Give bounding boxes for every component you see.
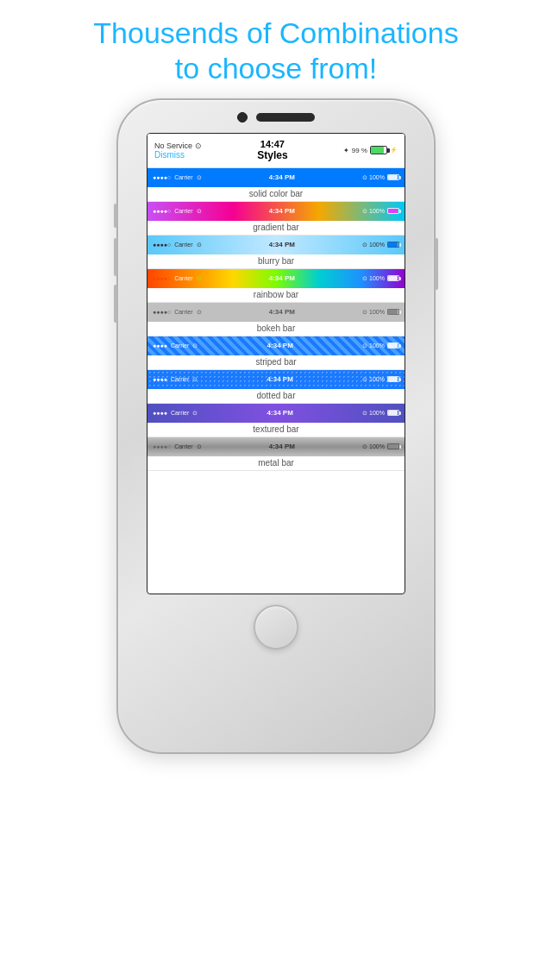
preview-battery-fill bbox=[388, 276, 398, 280]
lock-icon: ⊙ bbox=[362, 443, 367, 450]
bar-label: textured bar bbox=[147, 423, 405, 437]
wifi-preview-icon: ⊙ bbox=[197, 242, 202, 248]
list-item[interactable]: ●●●● Carrier ⊙ 4:34 PM ⊙ 100% dotted bar bbox=[147, 370, 405, 404]
bluetooth-icon: ✦ bbox=[343, 147, 349, 154]
signal-dots: ●●●●○ bbox=[153, 208, 171, 214]
preview-time: 4:34 PM bbox=[269, 241, 295, 248]
preview-percent: 100% bbox=[369, 242, 385, 248]
bokeh-bar-preview: ●●●●○ Carrier ⊙ 4:34 PM ⊙ 100% bbox=[147, 303, 405, 322]
preview-battery-fill bbox=[388, 411, 398, 415]
list-item[interactable]: ●●●●○ Carrier ⊙ 4:34 PM ⊙ 100% metal bar bbox=[147, 437, 405, 471]
wifi-preview-icon: ⊙ bbox=[192, 410, 198, 417]
list-item[interactable]: ●●●●○ Carrier ⊙ 4:34 PM ⊙ 100% blurry ba… bbox=[147, 236, 405, 269]
bar-label: rainbow bar bbox=[147, 288, 405, 302]
preview-left: ●●●●○ Carrier ⊙ bbox=[153, 309, 202, 316]
preview-battery-fill bbox=[388, 377, 398, 381]
dotted-bar-preview: ●●●● Carrier ⊙ 4:34 PM ⊙ 100% bbox=[147, 370, 405, 389]
preview-battery bbox=[387, 410, 399, 416]
preview-right: ⊙ 100% bbox=[362, 410, 399, 417]
preview-percent: 100% bbox=[369, 208, 385, 214]
preview-percent: 100% bbox=[369, 174, 385, 180]
rainbow-bar-preview: ●●●●○ Carrier ⊙ 4:34 PM ⊙ 100% bbox=[147, 269, 405, 288]
lock-icon: ⊙ bbox=[362, 376, 367, 383]
iphone-frame: No Service ⊙ Dismiss 14:47 Styles ✦ 99 %… bbox=[116, 98, 436, 754]
list-item[interactable]: ●●●●○ Carrier ⊙ 4:34 PM ⊙ 100% rainbow b… bbox=[147, 269, 405, 303]
list-item[interactable]: ●●●● Carrier ⊙ 4:34 PM ⊙ 100% striped ba… bbox=[147, 336, 405, 370]
list-item[interactable]: ●●●● Carrier ⊙ 4:34 PM ⊙ 100% textured b… bbox=[147, 404, 405, 437]
preview-time: 4:34 PM bbox=[267, 409, 293, 417]
preview-right: ⊙ 100% bbox=[362, 174, 399, 181]
lock-icon: ⊙ bbox=[362, 309, 367, 316]
preview-right: ⊙ 100% bbox=[362, 443, 399, 450]
preview-battery-fill bbox=[388, 175, 398, 179]
signal-dots: ●●●● bbox=[153, 410, 167, 416]
preview-percent: 100% bbox=[369, 443, 385, 449]
preview-left: ●●●●○ Carrier ⊙ bbox=[153, 174, 202, 181]
preview-time: 4:34 PM bbox=[269, 308, 295, 316]
preview-right: ⊙ 100% bbox=[362, 309, 399, 316]
preview-left: ●●●● Carrier ⊙ bbox=[153, 410, 198, 417]
preview-right: ⊙ 100% bbox=[362, 275, 399, 282]
list-item[interactable]: ●●●●○ Carrier ⊙ 4:34 PM ⊙ 100% bokeh bar bbox=[147, 303, 405, 336]
preview-percent: 100% bbox=[369, 309, 385, 315]
battery-icon bbox=[370, 146, 387, 154]
preview-battery bbox=[387, 309, 399, 315]
carrier-text: Carrier bbox=[174, 174, 192, 180]
preview-right: ⊙ 100% bbox=[362, 342, 399, 349]
list-item[interactable]: ●●●●○ Carrier ⊙ 4:34 PM ⊙ 100% solid col… bbox=[147, 168, 405, 202]
signal-dots: ●●●●○ bbox=[153, 242, 171, 248]
headline: Thousends of Combinations to choose from… bbox=[26, 16, 526, 86]
wifi-preview-icon: ⊙ bbox=[197, 275, 202, 282]
no-service-text: No Service bbox=[154, 141, 192, 150]
preview-battery bbox=[387, 342, 399, 349]
bar-label: gradient bar bbox=[147, 221, 405, 235]
preview-time: 4:34 PM bbox=[269, 443, 295, 450]
signal-dots: ●●●●○ bbox=[153, 443, 171, 449]
lock-icon: ⊙ bbox=[362, 275, 367, 282]
preview-time: 4:34 PM bbox=[269, 173, 295, 181]
battery-percent: 99 % bbox=[352, 147, 367, 154]
dismiss-button[interactable]: Dismiss bbox=[154, 150, 202, 160]
bar-label: solid color bar bbox=[147, 187, 405, 201]
wifi-preview-icon: ⊙ bbox=[197, 174, 202, 181]
preview-left: ●●●● Carrier ⊙ bbox=[153, 376, 198, 383]
home-button[interactable] bbox=[254, 605, 298, 650]
signal-dots: ●●●●○ bbox=[153, 309, 171, 315]
striped-bar-preview: ●●●● Carrier ⊙ 4:34 PM ⊙ 100% bbox=[147, 336, 405, 355]
bar-label: dotted bar bbox=[147, 389, 405, 403]
preview-battery bbox=[387, 376, 399, 382]
preview-time: 4:34 PM bbox=[267, 375, 293, 383]
carrier-text: Carrier bbox=[174, 443, 192, 449]
bar-label: striped bar bbox=[147, 355, 405, 369]
preview-percent: 100% bbox=[369, 342, 385, 349]
iphone-top-bar bbox=[118, 112, 434, 128]
wifi-preview-icon: ⊙ bbox=[197, 208, 202, 215]
bar-label: metal bar bbox=[147, 456, 405, 470]
preview-left: ●●●●○ Carrier ⊙ bbox=[153, 208, 202, 215]
preview-battery bbox=[387, 174, 399, 180]
carrier-text: Carrier bbox=[174, 242, 192, 248]
bar-label: blurry bar bbox=[147, 254, 405, 268]
preview-left: ●●●●○ Carrier ⊙ bbox=[153, 443, 202, 450]
front-camera-icon bbox=[237, 112, 248, 122]
preview-battery bbox=[387, 275, 399, 281]
list-item[interactable]: ●●●●○ Carrier ⊙ 4:34 PM ⊙ 100% gradient … bbox=[147, 202, 405, 236]
wifi-icon: ⊙ bbox=[195, 141, 202, 150]
carrier-text: Carrier bbox=[171, 376, 189, 382]
screen-title: Styles bbox=[257, 149, 287, 161]
wifi-preview-icon: ⊙ bbox=[197, 309, 202, 316]
carrier-text: Carrier bbox=[171, 342, 189, 349]
bar-label: bokeh bar bbox=[147, 322, 405, 336]
wifi-preview-icon: ⊙ bbox=[192, 342, 198, 349]
preview-time: 4:34 PM bbox=[267, 342, 293, 349]
lock-icon: ⊙ bbox=[362, 174, 367, 181]
status-right: ✦ 99 % ⚡ bbox=[343, 146, 398, 154]
preview-left: ●●●●○ Carrier ⊙ bbox=[153, 242, 202, 248]
blurry-bar-preview: ●●●●○ Carrier ⊙ 4:34 PM ⊙ 100% bbox=[147, 236, 405, 254]
volume-down-button bbox=[114, 285, 117, 323]
battery-fill bbox=[371, 147, 384, 154]
signal-dots: ●●●● bbox=[153, 342, 167, 349]
preview-percent: 100% bbox=[369, 275, 385, 281]
signal-dots: ●●●●○ bbox=[153, 275, 171, 281]
preview-battery-fill bbox=[388, 310, 398, 314]
